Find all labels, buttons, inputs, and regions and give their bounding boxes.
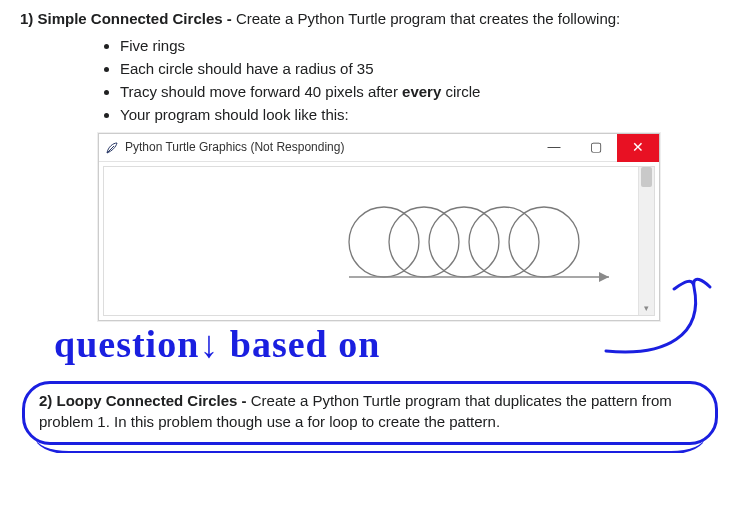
q1-intro: Create a Python Turtle program that crea… xyxy=(236,10,620,27)
scroll-thumb[interactable] xyxy=(641,167,652,187)
q1-title: Simple Connected Circles - xyxy=(38,10,232,27)
window-maximize-button[interactable]: ▢ xyxy=(575,134,617,162)
turtle-titlebar: Python Turtle Graphics (Not Responding) … xyxy=(99,134,659,162)
q1-b3-strong: every xyxy=(402,83,441,100)
q1-following: Five rings Each circle should have a rad… xyxy=(62,35,724,125)
turtle-circle xyxy=(469,207,539,277)
handwriting-text: question↓ based on xyxy=(54,323,380,365)
question-1: 1) Simple Connected Circles - Create a P… xyxy=(20,8,724,29)
turtle-circle xyxy=(389,207,459,277)
q1-number: 1) xyxy=(20,10,33,27)
q2-title: Loopy Connected Circles - xyxy=(57,392,247,409)
q1-bullet-3: Tracy should move forward 40 pixels afte… xyxy=(120,81,724,102)
turtle-arrow-head-icon xyxy=(599,272,609,282)
turtle-circle xyxy=(509,207,579,277)
q2-number: 2) xyxy=(39,392,52,409)
handwriting-annotation: question↓ based on xyxy=(30,325,730,381)
turtle-circle xyxy=(429,207,499,277)
turtle-feather-icon xyxy=(105,141,119,155)
turtle-circle xyxy=(349,207,419,277)
q1-b3-post: circle xyxy=(441,83,480,100)
q1-b3-pre: Tracy should move forward 40 pixels afte… xyxy=(120,83,402,100)
q1-bullet-1: Five rings xyxy=(120,35,724,56)
handwriting-arrow xyxy=(606,279,710,352)
window-close-button[interactable]: ✕ xyxy=(617,134,659,162)
q1-bullet-4: Your program should look like this: xyxy=(120,104,724,125)
turtle-window-title: Python Turtle Graphics (Not Responding) xyxy=(125,139,344,156)
question-2-circled: 2) Loopy Connected Circles - Create a Py… xyxy=(22,381,718,445)
q1-bullet-2: Each circle should have a radius of 35 xyxy=(120,58,724,79)
window-minimize-button[interactable]: — xyxy=(533,134,575,162)
